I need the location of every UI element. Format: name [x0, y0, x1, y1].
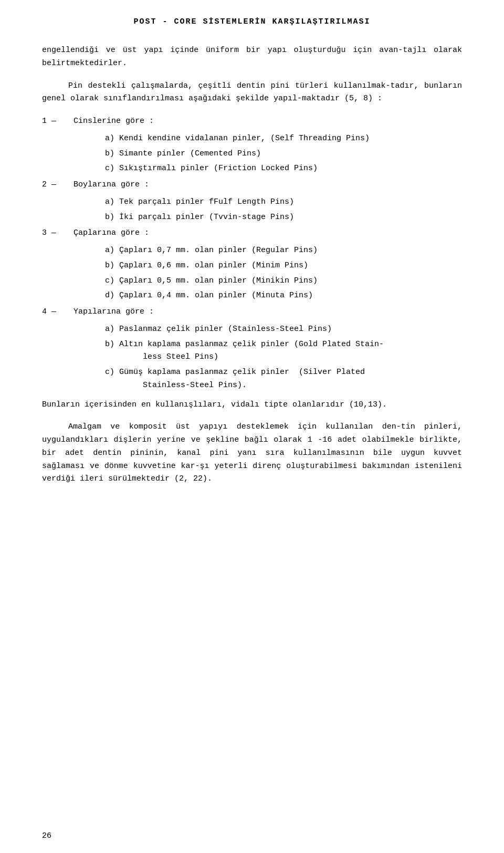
list-sub-item-2a: a) Tek parçalı pinler fFulf Length Pins)	[105, 196, 462, 209]
list-sub-item-4a: a) Paslanmaz çelik pinler (Stainless-Ste…	[105, 323, 462, 336]
list-sub-1: a) Kendi kendine vidalanan pinler, (Self…	[42, 132, 462, 175]
list-number-2: 2 —	[42, 179, 74, 192]
list-sub-item-4c: c) Gümüş kaplama paslanmaz çelik pinler …	[105, 366, 462, 392]
list-label-4: Yapılarına göre :	[74, 306, 154, 319]
list-sub-4: a) Paslanmaz çelik pinler (Stainless-Ste…	[42, 323, 462, 392]
numbered-list: 1 — Cinslerine göre : a) Kendi kendine v…	[42, 115, 462, 392]
paragraph-amalgam: Amalgam ve komposit üst yapıyı desteklem…	[42, 421, 462, 486]
paragraph-2: Pin destekli çalışmalarda, çeşitli denti…	[42, 80, 462, 106]
list-item-1: 1 — Cinslerine göre :	[42, 115, 462, 128]
page-title: POST - CORE SİSTEMLERİN KARŞILAŞTIRILMAS…	[42, 16, 462, 28]
list-number-3: 3 —	[42, 227, 74, 240]
list-sub-item-4b: b) Altın kaplama paslanmaz çelik pinler …	[105, 338, 462, 365]
list-sub-item-2b: b) İki parçalı pinler (Tvvin-stage Pins)	[105, 211, 462, 224]
list-number-1: 1 —	[42, 115, 74, 128]
list-sub-item-1c: c) Sıkıştırmalı pinler (Friction Locked …	[105, 162, 462, 175]
list-sub-item-1a: a) Kendi kendine vidalanan pinler, (Self…	[105, 132, 462, 145]
list-item-2: 2 — Boylarına göre :	[42, 179, 462, 192]
list-item-3: 3 — Çaplarına göre :	[42, 227, 462, 240]
list-label-1: Cinslerine göre :	[74, 115, 154, 128]
list-sub-item-3c: c) Çapları 0,5 mm. olan pinler (Minikin …	[105, 275, 462, 288]
paragraph-1: engellendiği ve üst yapı içinde üniform …	[42, 44, 462, 70]
page: POST - CORE SİSTEMLERİN KARŞILAŞTIRILMAS…	[0, 0, 504, 853]
list-label-2: Boylarına göre :	[74, 179, 149, 192]
list-number-4: 4 —	[42, 306, 74, 319]
list-sub-2: a) Tek parçalı pinler fFulf Length Pins)…	[42, 196, 462, 224]
list-sub-item-3a: a) Çapları 0,7 mm. olan pinler (Regular …	[105, 244, 462, 257]
list-sub-3: a) Çapları 0,7 mm. olan pinler (Regular …	[42, 244, 462, 303]
list-label-3: Çaplarına göre :	[74, 227, 149, 240]
list-sub-item-3d: d) Çapları 0,4 mm. olan pinler (Minuta P…	[105, 289, 462, 303]
list-item-4: 4 — Yapılarına göre :	[42, 306, 462, 319]
page-number: 26	[42, 830, 51, 842]
list-sub-item-3b: b) Çapları 0,6 mm. olan pinler (Minim Pi…	[105, 259, 462, 273]
paragraph-bunlar: Bunların içerisinden en kullanışlıları, …	[42, 399, 462, 412]
list-sub-item-1b: b) Simante pinler (Cemented Pins)	[105, 148, 462, 161]
